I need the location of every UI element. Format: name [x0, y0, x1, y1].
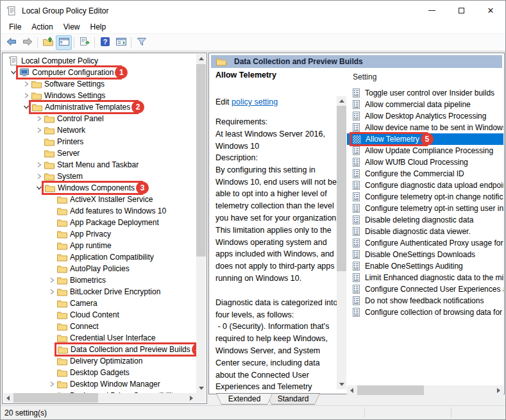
scroll-down-arrow-icon[interactable]	[337, 380, 346, 389]
scroll-right-arrow-icon[interactable]	[187, 393, 196, 403]
policy-icon	[352, 146, 360, 155]
tree-item-connect[interactable]: Connect	[3, 321, 196, 332]
tree-item-desktop-gadgets[interactable]: Desktop Gadgets	[3, 367, 196, 378]
tree-item-content: Biometrics	[57, 274, 107, 286]
up-one-level-folder-button[interactable]	[40, 35, 56, 50]
scroll-right-arrow-icon[interactable]	[494, 385, 503, 395]
details-pane: Data Collection and Preview Builds Allow…	[208, 53, 505, 394]
setting-item-configure-connected-user-experiences-and-telemetry[interactable]: Configure Connected User Experiences and…	[347, 283, 503, 295]
setting-item-toggle-user-control-over-insider-builds[interactable]: Toggle user control over Insider builds	[347, 87, 503, 99]
setting-item-label: Configure telemetry opt-in change notifi…	[365, 192, 503, 201]
menu-action[interactable]: Action	[26, 21, 58, 33]
policy-icon	[352, 296, 360, 305]
tree-item-network[interactable]: Network	[3, 124, 196, 136]
tree-item-app-privacy[interactable]: App Privacy	[3, 228, 196, 240]
setting-item-allow-wufb-cloud-processing[interactable]: Allow WUfB Cloud Processing	[347, 156, 503, 168]
setting-item-configure-diagnostic-data-upload-endpoint[interactable]: Configure diagnostic data upload endpoin…	[347, 180, 503, 191]
chevron-right-icon[interactable]	[47, 381, 57, 387]
policy-icon	[352, 308, 360, 317]
tree-item-label: Credential User Interface	[70, 333, 156, 342]
maximize-button[interactable]	[446, 1, 476, 21]
chevron-right-icon[interactable]	[34, 115, 44, 122]
tree-item-application-compatibility[interactable]: Application Compatibility	[3, 251, 196, 263]
tab-extended[interactable]: Extended	[216, 393, 273, 405]
tree-item-windows-components[interactable]: Windows Components3	[3, 182, 196, 194]
tree-horizontal-scrollbar[interactable]	[3, 393, 196, 403]
tree-vscroll-thumb[interactable]	[196, 64, 206, 256]
tree-item-biometrics[interactable]: Biometrics	[3, 274, 196, 286]
chevron-right-icon[interactable]	[21, 92, 31, 99]
setting-column-header[interactable]: Setting	[353, 72, 376, 81]
tree-item-software-settings[interactable]: Software Settings	[3, 78, 196, 90]
scroll-left-arrow-icon[interactable]	[347, 385, 357, 395]
minimize-button[interactable]	[417, 1, 446, 21]
scroll-up-arrow-icon[interactable]	[196, 54, 206, 63]
tree-item-administrative-templates[interactable]: Administrative Templates2	[3, 101, 196, 113]
scroll-up-arrow-icon[interactable]	[337, 96, 346, 106]
scroll-left-arrow-icon[interactable]	[3, 393, 13, 403]
tree-item-add-features-to-windows-10[interactable]: Add features to Windows 10	[3, 205, 196, 217]
menu-file[interactable]: File	[4, 21, 26, 33]
tree-item-app-package-deployment[interactable]: App Package Deployment	[3, 217, 196, 228]
setting-item-configure-telemetry-opt-in-change-notifications[interactable]: Configure telemetry opt-in change notifi…	[347, 191, 503, 203]
tree-item-start-menu-and-taskbar[interactable]: Start Menu and Taskbar	[3, 159, 196, 171]
tree-item-printers[interactable]: Printers	[3, 136, 196, 147]
tree-item-autoplay-policies[interactable]: AutoPlay Policies	[3, 263, 196, 274]
description-block: Description: By configuring this setting…	[215, 152, 339, 392]
menu-view[interactable]: View	[58, 21, 85, 33]
tree-item-bitlocker-drive-encryption[interactable]: BitLocker Drive Encryption	[3, 286, 196, 298]
scroll-down-arrow-icon[interactable]	[196, 383, 206, 393]
tab-extended-label: Extended	[217, 394, 272, 404]
setting-item-disable-onesettings-downloads[interactable]: Disable OneSettings Downloads	[347, 249, 503, 260]
description-vertical-scrollbar[interactable]	[337, 96, 346, 389]
setting-item-configure-the-commercial-id[interactable]: Configure the Commercial ID	[347, 168, 503, 180]
description-vscroll-thumb[interactable]	[337, 106, 346, 271]
tree-item-app-runtime[interactable]: App runtime	[3, 240, 196, 251]
setting-item-allow-update-compliance-processing[interactable]: Allow Update Compliance Processing	[347, 145, 503, 156]
setting-item-enable-onesettings-auditing[interactable]: Enable OneSettings Auditing	[347, 260, 503, 272]
tree-item-cloud-content[interactable]: Cloud Content	[3, 309, 196, 321]
tree-hscroll-thumb[interactable]	[13, 393, 98, 403]
list-hscroll-thumb[interactable]	[357, 385, 424, 395]
show-action-pane-button[interactable]	[113, 35, 129, 50]
tree-item-control-panel[interactable]: Control Panel	[3, 113, 196, 124]
close-button[interactable]: ✕	[476, 1, 505, 21]
tree-item-desktop-window-manager[interactable]: Desktop Window Manager	[3, 378, 196, 390]
tree-item-label: Printers	[57, 137, 85, 146]
tree-item-activex-installer-service[interactable]: ActiveX Installer Service	[3, 194, 196, 205]
chevron-right-icon[interactable]	[34, 127, 44, 133]
setting-item-label: Allow Telemetry	[366, 135, 421, 144]
export-list-button[interactable]	[76, 35, 92, 50]
chevron-right-icon[interactable]	[47, 289, 57, 295]
setting-item-configure-collection-of-browsing-data-for-desktop-analytics[interactable]: Configure collection of browsing data fo…	[347, 307, 503, 318]
policy-setting-link[interactable]: policy setting	[232, 97, 278, 106]
back-arrow-button[interactable]	[3, 35, 19, 50]
tree-item-server[interactable]: Server	[3, 147, 196, 159]
filter-button[interactable]	[133, 35, 149, 50]
tree-item-data-collection-and-preview-builds[interactable]: Data Collection and Preview Builds4	[3, 344, 196, 355]
tab-standard[interactable]: Standard	[266, 393, 320, 405]
tree-item-camera[interactable]: Camera	[3, 298, 196, 309]
setting-item-disable-diagnostic-data-viewer[interactable]: Disable diagnostic data viewer.	[347, 226, 503, 237]
tree-item-delivery-optimization[interactable]: Delivery Optimization	[3, 355, 196, 367]
forward-arrow-button[interactable]	[19, 35, 35, 50]
chevron-right-icon[interactable]	[34, 162, 44, 168]
setting-item-disable-deleting-diagnostic-data[interactable]: Disable deleting diagnostic data	[347, 214, 503, 226]
help-button[interactable]: ?	[97, 35, 113, 50]
setting-item-configure-telemetry-opt-in-setting-user-interface[interactable]: Configure telemetry opt-in setting user …	[347, 203, 503, 214]
list-horizontal-scrollbar[interactable]	[347, 385, 503, 395]
show-console-tree-button[interactable]	[56, 35, 72, 50]
chevron-right-icon[interactable]	[47, 277, 57, 283]
chevron-right-icon[interactable]	[34, 173, 44, 180]
tree-item-content: Server	[44, 147, 81, 159]
setting-item-allow-desktop-analytics-processing[interactable]: Allow Desktop Analytics Processing	[347, 110, 503, 122]
setting-item-allow-commercial-data-pipeline[interactable]: Allow commercial data pipeline	[347, 99, 503, 110]
menu-help[interactable]: Help	[85, 21, 112, 33]
chevron-right-icon[interactable]	[21, 81, 31, 87]
tree-vertical-scrollbar[interactable]	[196, 54, 206, 393]
setting-item-limit-enhanced-diagnostic-data-to-the-minimum-required-by[interactable]: Limit Enhanced diagnostic data to the mi…	[347, 272, 503, 283]
setting-item-configure-authenticated-proxy-usage-for-the-connected-user[interactable]: Configure Authenticated Proxy usage for …	[347, 237, 503, 249]
setting-item-allow-telemetry[interactable]: Allow Telemetry5	[347, 133, 503, 145]
tree-item-computer-configuration[interactable]: Computer Configuration1	[3, 67, 196, 78]
setting-item-do-not-show-feedback-notifications[interactable]: Do not show feedback notifications	[347, 295, 503, 307]
